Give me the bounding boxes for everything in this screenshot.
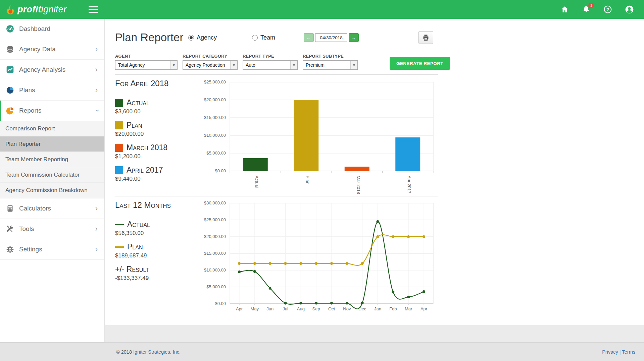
svg-text:$25,000.00: $25,000.00: [204, 217, 226, 222]
terms-link[interactable]: Terms: [622, 349, 635, 355]
notifications-button[interactable]: 1: [582, 5, 591, 14]
svg-text:Mar: Mar: [405, 306, 412, 311]
chevron-right-icon: ›: [95, 66, 99, 73]
sidebar-subitem-plan-reporter[interactable]: Plan Reporter: [0, 136, 104, 152]
svg-text:$5,000.00: $5,000.00: [206, 151, 226, 156]
report-type-select[interactable]: Auto ▼: [243, 60, 298, 70]
legend-item: April 2017 $9,440.00: [115, 166, 196, 182]
footer: © 2018 Igniter Strategies, Inc. Privacy|…: [0, 342, 644, 361]
menu-toggle-icon[interactable]: [89, 6, 98, 13]
dropdown-arrow-icon: ▼: [170, 61, 177, 69]
date-navigator: ← →: [304, 33, 359, 42]
privacy-link[interactable]: Privacy: [602, 349, 618, 355]
legend-item: Actual $3,600.00: [115, 98, 196, 115]
svg-text:$15,000.00: $15,000.00: [204, 115, 226, 120]
april-legend: For April 2018 Actual $3,600.00 Plan $20…: [115, 78, 196, 196]
sidebar-item-calculators[interactable]: Calculators ›: [0, 198, 104, 219]
user-icon: [625, 5, 634, 14]
sidebar-item-tools[interactable]: Tools ›: [0, 219, 104, 239]
sidebar-label: Calculators: [19, 205, 91, 212]
april-section-heading: For April 2018: [115, 79, 196, 88]
home-button[interactable]: [560, 5, 569, 14]
notification-badge: 1: [588, 3, 594, 8]
help-button[interactable]: ?: [603, 5, 612, 14]
report-subtype-label: REPORT SUBTYPE: [303, 54, 358, 59]
analytics-icon: [5, 65, 14, 74]
report-filters: AGENT Total Agency ▼ REPORT CATEGORY Age…: [115, 54, 644, 70]
radio-unchecked-icon: [252, 35, 258, 41]
sidebar-item-agency-data[interactable]: Agency Data ›: [0, 39, 104, 60]
last-12-months-section: Last 12 Months Actual $56,350.00 Plan $1…: [115, 196, 438, 315]
generate-report-button[interactable]: GENERATE REPORT: [390, 57, 450, 70]
brand-bold: profit: [17, 4, 41, 14]
company-link[interactable]: Igniter Strategies, Inc.: [133, 349, 181, 355]
main-content: Plan Reporter Agency Team ← → AGENT: [105, 19, 644, 325]
sidebar-subitem-agency-commission-breakdown[interactable]: Agency Commission Breakdown: [0, 183, 104, 198]
bar-chart: $0.00$5,000.00$10,000.00$15,000.00$20,00…: [196, 78, 438, 196]
svg-text:Plan: Plan: [305, 176, 310, 184]
next-date-button[interactable]: →: [349, 33, 359, 42]
database-icon: [5, 45, 14, 54]
team-radio-label: Team: [260, 34, 275, 41]
legend-amount: $20,000.00: [115, 131, 196, 137]
copyright-text: © 2018: [116, 349, 133, 355]
svg-text:$0.00: $0.00: [215, 301, 226, 306]
agent-select[interactable]: Total Agency ▼: [115, 60, 178, 70]
sidebar-item-reports[interactable]: Reports ›: [0, 101, 104, 121]
brand-text: profitigniter: [17, 4, 66, 15]
reports-submenu: Comparison Report Plan Reporter Team Mem…: [0, 121, 104, 198]
legend-item: March 2018 $1,200.00: [115, 143, 196, 160]
sidebar-subitem-team-member-reporting[interactable]: Team Member Reporting: [0, 152, 104, 167]
report-category-filter: REPORT CATEGORY Agency Production ▼: [183, 54, 238, 70]
report-subtype-select[interactable]: Premium ▼: [303, 60, 358, 70]
legend-item: Plan $189,687.49: [115, 242, 196, 259]
legend-amount: $9,440.00: [115, 176, 196, 182]
sidebar-label: Agency Analysis: [19, 66, 91, 73]
sidebar-item-agency-analysis[interactable]: Agency Analysis ›: [0, 60, 104, 80]
april-section: For April 2018 Actual $3,600.00 Plan $20…: [115, 74, 438, 196]
page-title: Plan Reporter: [115, 31, 185, 44]
sidebar-label: Dashboard: [19, 25, 99, 33]
plan-swatch: [115, 121, 123, 129]
actual-swatch: [115, 99, 123, 107]
date-input[interactable]: [315, 33, 347, 42]
home-icon: [561, 5, 569, 13]
march-2018-swatch: [115, 144, 123, 152]
legend-amount: -$133,337.49: [115, 275, 196, 282]
flame-icon: [5, 4, 15, 14]
sidebar-item-plans[interactable]: Plans ›: [0, 80, 104, 101]
svg-text:Jul: Jul: [283, 306, 288, 311]
brand-logo[interactable]: profitigniter: [5, 4, 89, 15]
account-button[interactable]: [625, 5, 634, 14]
report-subtype-filter: REPORT SUBTYPE Premium ▼: [303, 54, 358, 70]
svg-text:May: May: [251, 306, 259, 311]
agency-radio-label: Agency: [197, 34, 217, 41]
sidebar-item-dashboard[interactable]: Dashboard: [0, 19, 104, 39]
svg-text:Oct: Oct: [328, 306, 335, 311]
legend-amount: $56,350.00: [115, 230, 196, 237]
sidebar-subitem-team-commission-calculator[interactable]: Team Commission Calculator: [0, 167, 104, 183]
svg-text:$10,000.00: $10,000.00: [204, 267, 226, 273]
svg-text:Nov: Nov: [343, 306, 351, 311]
chevron-right-icon: ›: [95, 225, 99, 233]
dashboard-icon: [5, 24, 14, 33]
print-button[interactable]: [418, 31, 433, 44]
agency-radio[interactable]: Agency: [188, 34, 217, 41]
svg-text:Apr: Apr: [236, 306, 243, 311]
prev-date-button[interactable]: ←: [304, 33, 314, 42]
dropdown-arrow-icon: ▼: [350, 61, 357, 69]
sidebar-item-settings[interactable]: Settings ›: [0, 239, 104, 260]
report-category-select[interactable]: Agency Production ▼: [183, 60, 238, 70]
calculator-icon: [5, 204, 14, 213]
brand-light: igniter: [41, 4, 67, 14]
header-actions: 1 ?: [560, 5, 644, 14]
report-category-label: REPORT CATEGORY: [183, 54, 238, 59]
agent-label: AGENT: [115, 54, 178, 59]
svg-text:$5,000.00: $5,000.00: [206, 284, 226, 289]
sidebar-subitem-comparison-report[interactable]: Comparison Report: [0, 121, 104, 136]
chevron-right-icon: ›: [95, 246, 99, 253]
svg-text:$30,000.00: $30,000.00: [204, 200, 226, 205]
printer-icon: [422, 34, 430, 42]
svg-text:$20,000.00: $20,000.00: [204, 234, 226, 239]
team-radio[interactable]: Team: [252, 34, 275, 41]
